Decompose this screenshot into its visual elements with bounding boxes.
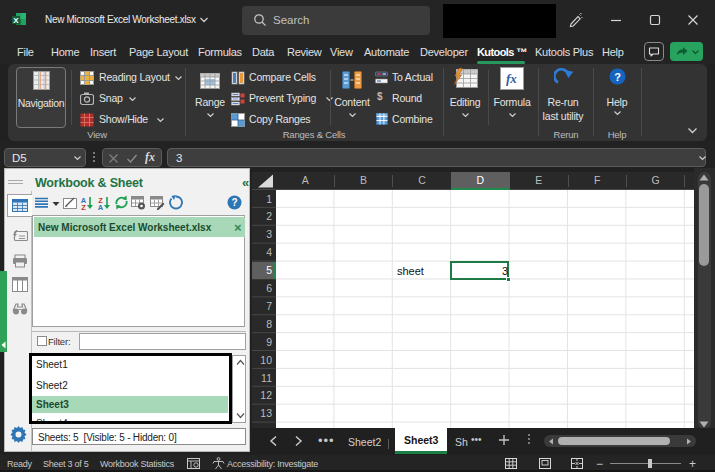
svg-text:Z: Z	[81, 203, 86, 211]
svg-text:A: A	[98, 203, 104, 211]
svg-text:?: ?	[231, 197, 237, 208]
svg-text:?: ?	[614, 71, 621, 83]
